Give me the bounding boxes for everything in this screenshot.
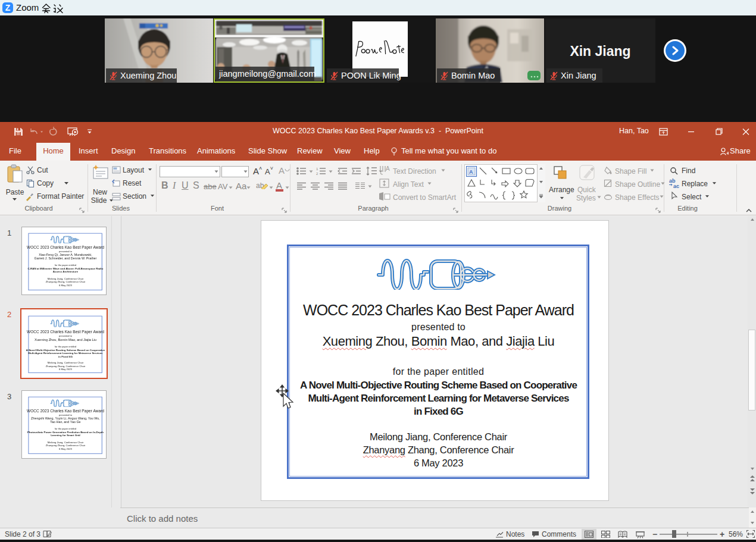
svg-text:A: A: [469, 169, 473, 175]
svg-text:ac: ac: [673, 183, 679, 189]
svg-text:A: A: [386, 165, 390, 172]
svg-text:2: 2: [316, 172, 318, 175]
svg-text:1: 1: [316, 167, 318, 171]
